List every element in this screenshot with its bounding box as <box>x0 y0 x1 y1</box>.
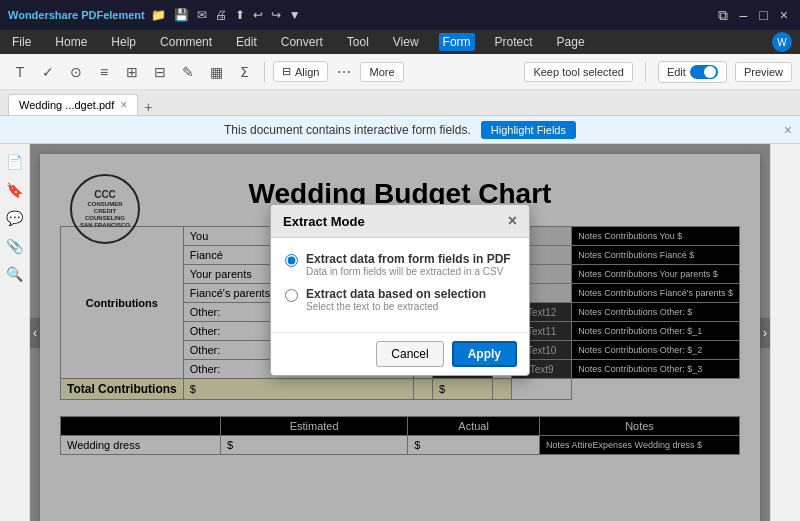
modal-overlay: Extract Mode × Extract data from form fi… <box>40 154 760 521</box>
undo-icon[interactable]: ↩ <box>253 8 263 22</box>
option2-sublabel: Select the text to be extracted <box>306 301 486 312</box>
align-icon: ⊟ <box>282 65 291 78</box>
modal-header: Extract Mode × <box>271 205 529 238</box>
more-button[interactable]: More <box>360 62 403 82</box>
menu-bar: File Home Help Comment Edit Convert Tool… <box>0 30 800 54</box>
option2-radio-input[interactable] <box>285 289 298 302</box>
apply-button[interactable]: Apply <box>452 341 517 367</box>
right-sidebar <box>770 144 800 521</box>
maximize-btn[interactable]: □ <box>755 7 771 24</box>
menu-file[interactable]: File <box>8 33 35 51</box>
add-tab-btn[interactable]: + <box>138 99 158 115</box>
save-icon[interactable]: 💾 <box>174 8 189 22</box>
toolbar-right: Keep tool selected Edit Preview <box>524 61 792 83</box>
barcode-tool-icon[interactable]: ▦ <box>204 60 228 84</box>
modal-title: Extract Mode <box>283 214 365 229</box>
app-name: Wondershare PDFelement <box>8 9 145 21</box>
highlight-fields-btn[interactable]: Highlight Fields <box>481 121 576 139</box>
menu-form[interactable]: Form <box>439 33 475 51</box>
menu-comment[interactable]: Comment <box>156 33 216 51</box>
title-bar: Wondershare PDFelement 📁 💾 ✉ 🖨 ⬆ ↩ ↪ ▼ ⧉… <box>0 0 800 30</box>
sidebar-pages-icon[interactable]: 📄 <box>5 152 25 172</box>
sidebar-search-icon[interactable]: 🔍 <box>5 264 25 284</box>
user-avatar[interactable]: W <box>772 32 792 52</box>
tab-bar: Wedding ...dget.pdf × + <box>0 90 800 116</box>
toggle-switch[interactable] <box>690 65 718 79</box>
more-icon[interactable]: ⋯ <box>332 60 356 84</box>
sidebar-comment-icon[interactable]: 💬 <box>5 208 25 228</box>
toolbar-separator-1 <box>264 62 265 82</box>
menu-edit[interactable]: Edit <box>232 33 261 51</box>
option1-label: Extract data from form fields in PDF <box>306 252 511 266</box>
customize-icon[interactable]: ▼ <box>289 8 301 22</box>
menu-convert[interactable]: Convert <box>277 33 327 51</box>
check-tool-icon[interactable]: ✓ <box>36 60 60 84</box>
extract-mode-modal: Extract Mode × Extract data from form fi… <box>270 204 530 376</box>
window-controls: ⧉ – □ × <box>714 7 792 24</box>
img-tool-icon[interactable]: ⊟ <box>148 60 172 84</box>
document-area: ‹ CCC CONSUMER CREDIT COUNSELING SAN FRA… <box>30 144 770 521</box>
modal-body: Extract data from form fields in PDF Dat… <box>271 238 529 332</box>
file-icon[interactable]: 📁 <box>151 8 166 22</box>
notification-bar: This document contains interactive form … <box>0 116 800 144</box>
prev-page-arrow[interactable]: ‹ <box>30 318 40 348</box>
toolbar-right-section: W <box>772 32 792 52</box>
minimize-btn[interactable]: – <box>736 7 752 24</box>
menu-help[interactable]: Help <box>107 33 140 51</box>
notification-text: This document contains interactive form … <box>224 123 471 137</box>
keep-tool-button[interactable]: Keep tool selected <box>524 62 633 82</box>
document-page: CCC CONSUMER CREDIT COUNSELING SAN FRANC… <box>40 154 760 521</box>
option2-radio[interactable]: Extract data based on selection Select t… <box>285 287 515 312</box>
option2-label: Extract data based on selection <box>306 287 486 301</box>
edit-button[interactable]: Edit <box>658 61 727 83</box>
option1-radio[interactable]: Extract data from form fields in PDF Dat… <box>285 252 515 277</box>
preview-button[interactable]: Preview <box>735 62 792 82</box>
next-page-arrow[interactable]: › <box>760 318 770 348</box>
modal-footer: Cancel Apply <box>271 332 529 375</box>
toolbar: T ✓ ⊙ ≡ ⊞ ⊟ ✎ ▦ Ʃ ⊟ Align ⋯ More Keep to… <box>0 54 800 90</box>
title-bar-icons: 📁 💾 ✉ 🖨 ⬆ ↩ ↪ ▼ <box>151 8 301 22</box>
share-icon[interactable]: ⬆ <box>235 8 245 22</box>
text-tool-icon[interactable]: T <box>8 60 32 84</box>
combo-tool-icon[interactable]: ⊞ <box>120 60 144 84</box>
radio-tool-icon[interactable]: ⊙ <box>64 60 88 84</box>
restore-btn[interactable]: ⧉ <box>714 7 732 24</box>
toolbar-separator-2 <box>645 62 646 82</box>
list-tool-icon[interactable]: ≡ <box>92 60 116 84</box>
notification-close-btn[interactable]: × <box>784 122 792 138</box>
menu-protect[interactable]: Protect <box>491 33 537 51</box>
menu-page[interactable]: Page <box>553 33 589 51</box>
tab-label: Wedding ...dget.pdf <box>19 99 114 111</box>
cancel-button[interactable]: Cancel <box>376 341 443 367</box>
sidebar-attachment-icon[interactable]: 📎 <box>5 236 25 256</box>
menu-home[interactable]: Home <box>51 33 91 51</box>
main-area: 📄 🔖 💬 📎 🔍 ‹ CCC CONSUMER CREDIT COUNSELI… <box>0 144 800 521</box>
option1-radio-input[interactable] <box>285 254 298 267</box>
redo-icon[interactable]: ↪ <box>271 8 281 22</box>
print-icon[interactable]: 🖨 <box>215 8 227 22</box>
align-button[interactable]: ⊟ Align <box>273 61 328 82</box>
sidebar-bookmark-icon[interactable]: 🔖 <box>5 180 25 200</box>
menu-tool[interactable]: Tool <box>343 33 373 51</box>
formula-tool-icon[interactable]: Ʃ <box>232 60 256 84</box>
document-tab[interactable]: Wedding ...dget.pdf × <box>8 94 138 115</box>
menu-view[interactable]: View <box>389 33 423 51</box>
left-sidebar: 📄 🔖 💬 📎 🔍 <box>0 144 30 521</box>
tab-close-btn[interactable]: × <box>120 98 127 112</box>
sign-tool-icon[interactable]: ✎ <box>176 60 200 84</box>
email-icon[interactable]: ✉ <box>197 8 207 22</box>
close-btn[interactable]: × <box>776 7 792 24</box>
option1-sublabel: Data in form fields will be extracted in… <box>306 266 511 277</box>
modal-close-btn[interactable]: × <box>508 213 517 229</box>
